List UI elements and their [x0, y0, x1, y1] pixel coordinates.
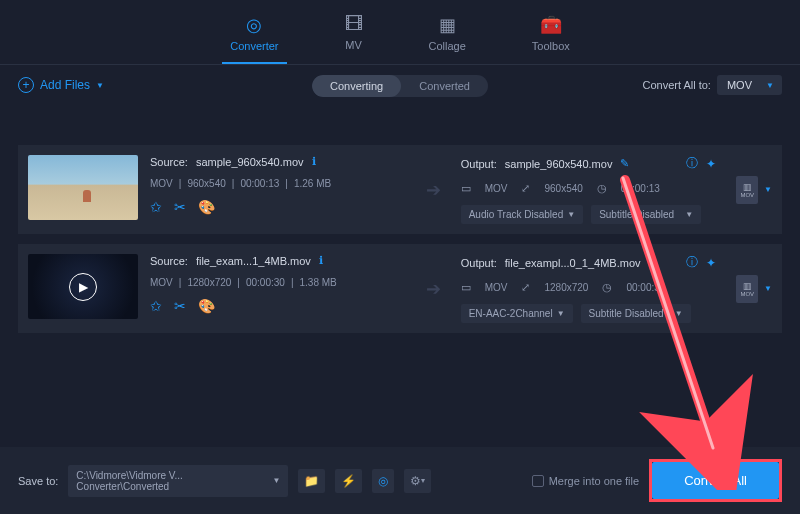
add-files-button[interactable]: + Add Files ▼	[18, 77, 104, 93]
audio-track-value: EN-AAC-2Channel	[469, 308, 553, 319]
file-row: ▶ Source: file_exam...1_4MB.mov ℹ MOV | …	[18, 244, 782, 333]
source-filesize: 1.26 MB	[294, 178, 331, 189]
format-value: MOV	[727, 79, 752, 91]
output-format: MOV	[485, 282, 508, 293]
audio-track-select[interactable]: EN-AAC-2Channel ▼	[461, 304, 573, 323]
segment-converting[interactable]: Converting	[312, 75, 401, 97]
chevron-down-icon: ▼	[96, 81, 104, 90]
pencil-icon[interactable]: ✎	[620, 157, 629, 170]
source-meta: MOV | 1280x720 | 00:00:30 | 1.38 MB	[150, 277, 406, 288]
tab-mv[interactable]: 🎞 MV	[337, 10, 371, 64]
output-duration: 00:00:30	[626, 282, 665, 293]
output-resolution: 1280x720	[544, 282, 588, 293]
crop-icon[interactable]: ✩	[150, 199, 162, 215]
arrow-icon: ➔	[418, 179, 449, 201]
arrow-icon: ➔	[418, 278, 449, 300]
chevron-down-icon[interactable]: ▼	[764, 185, 772, 194]
resolution-icon: ⤢	[521, 281, 530, 294]
file-row: Source: sample_960x540.mov ℹ MOV | 960x5…	[18, 145, 782, 234]
source-format: MOV	[150, 277, 173, 288]
open-folder-button[interactable]: 📁	[298, 469, 325, 493]
source-meta: MOV | 960x540 | 00:00:13 | 1.26 MB	[150, 178, 406, 189]
convert-all-to-group: Convert All to: MOV ▼	[642, 75, 782, 95]
tab-label: Toolbox	[532, 40, 570, 52]
format-icon: ▭	[461, 281, 471, 294]
output-column: Output: file_exampl...0_1_4MB.mov ✎ ⓘ ✦ …	[461, 254, 717, 323]
checkbox-icon	[532, 475, 544, 487]
info-icon[interactable]: ⓘ	[686, 155, 698, 172]
collage-icon: ▦	[439, 14, 456, 36]
audio-track-select[interactable]: Audio Track Disabled ▼	[461, 205, 583, 224]
plus-icon: +	[18, 77, 34, 93]
convert-all-to-select[interactable]: MOV ▼	[717, 75, 782, 95]
format-icon: ▭	[461, 182, 471, 195]
film-icon: ▥MOV	[736, 275, 758, 303]
source-duration: 00:00:13	[240, 178, 279, 189]
source-label: Source:	[150, 156, 188, 168]
bottom-bar: Save to: C:\Vidmore\Vidmore V... Convert…	[0, 447, 800, 514]
tab-collage[interactable]: ▦ Collage	[421, 10, 474, 64]
info-icon[interactable]: ℹ	[319, 254, 323, 267]
source-duration: 00:00:30	[246, 277, 285, 288]
file-thumbnail[interactable]	[28, 155, 138, 220]
chevron-down-icon: ▼	[675, 309, 683, 318]
output-format-button[interactable]: ▥MOV ▼	[728, 275, 772, 303]
converter-icon: ◎	[246, 14, 262, 36]
source-column: Source: sample_960x540.mov ℹ MOV | 960x5…	[150, 155, 406, 224]
tab-converter[interactable]: ◎ Converter	[222, 10, 286, 64]
output-duration: 00:00:13	[621, 183, 660, 194]
info-icon[interactable]: ℹ	[312, 155, 316, 168]
subtitle-select[interactable]: Subtitle Disabled ▼	[581, 304, 691, 323]
pencil-icon[interactable]: ✎	[649, 256, 658, 269]
source-format: MOV	[150, 178, 173, 189]
effects-icon[interactable]: 🎨	[198, 199, 215, 215]
output-resolution: 960x540	[544, 183, 582, 194]
convert-all-to-label: Convert All to:	[642, 79, 710, 91]
settings-button[interactable]: ⚙▾	[404, 469, 431, 493]
merge-checkbox[interactable]: Merge into one file	[532, 475, 640, 487]
tab-toolbox[interactable]: 🧰 Toolbox	[524, 10, 578, 64]
high-speed-button[interactable]: ◎	[372, 469, 394, 493]
chevron-down-icon: ▼	[567, 210, 575, 219]
source-column: Source: file_exam...1_4MB.mov ℹ MOV | 12…	[150, 254, 406, 323]
output-filename: file_exampl...0_1_4MB.mov	[505, 257, 641, 269]
cut-icon[interactable]: ✂	[174, 298, 186, 314]
file-list: Source: sample_960x540.mov ℹ MOV | 960x5…	[0, 145, 800, 333]
chevron-down-icon: ▼	[766, 81, 774, 90]
info-icon[interactable]: ⓘ	[686, 254, 698, 271]
subtitle-value: Subtitle Disabled	[589, 308, 664, 319]
gpu-accel-button[interactable]: ⚡	[335, 469, 362, 493]
save-path-select[interactable]: C:\Vidmore\Vidmore V... Converter\Conver…	[68, 465, 288, 497]
mv-icon: 🎞	[345, 14, 363, 35]
tab-label: Converter	[230, 40, 278, 52]
source-resolution: 1280x720	[187, 277, 231, 288]
save-to-label: Save to:	[18, 475, 58, 487]
tab-label: MV	[345, 39, 362, 51]
source-resolution: 960x540	[187, 178, 225, 189]
resolution-icon: ⤢	[521, 182, 530, 195]
convert-all-button[interactable]: Convert All	[652, 462, 779, 499]
chevron-down-icon: ▼	[685, 210, 693, 219]
output-filename: sample_960x540.mov	[505, 158, 613, 170]
output-label: Output:	[461, 257, 497, 269]
film-icon: ▥MOV	[736, 176, 758, 204]
play-icon: ▶	[69, 273, 97, 301]
chevron-down-icon[interactable]: ▼	[764, 284, 772, 293]
source-filename: file_exam...1_4MB.mov	[196, 255, 311, 267]
subtitle-select[interactable]: Subtitle Disabled ▼	[591, 205, 701, 224]
annotation-highlight: Convert All	[649, 459, 782, 502]
cut-icon[interactable]: ✂	[174, 199, 186, 215]
add-files-label: Add Files	[40, 78, 90, 92]
file-thumbnail[interactable]: ▶	[28, 254, 138, 319]
segment-converted[interactable]: Converted	[401, 75, 488, 97]
output-format-button[interactable]: ▥MOV ▼	[728, 176, 772, 204]
crop-icon[interactable]: ✩	[150, 298, 162, 314]
clock-icon: ◷	[597, 182, 607, 195]
effects-icon[interactable]: 🎨	[198, 298, 215, 314]
enhance-icon[interactable]: ✦	[706, 157, 716, 171]
output-label: Output:	[461, 158, 497, 170]
enhance-icon[interactable]: ✦	[706, 256, 716, 270]
chevron-down-icon: ▼	[557, 309, 565, 318]
source-filesize: 1.38 MB	[299, 277, 336, 288]
save-path-value: C:\Vidmore\Vidmore V... Converter\Conver…	[76, 470, 272, 492]
